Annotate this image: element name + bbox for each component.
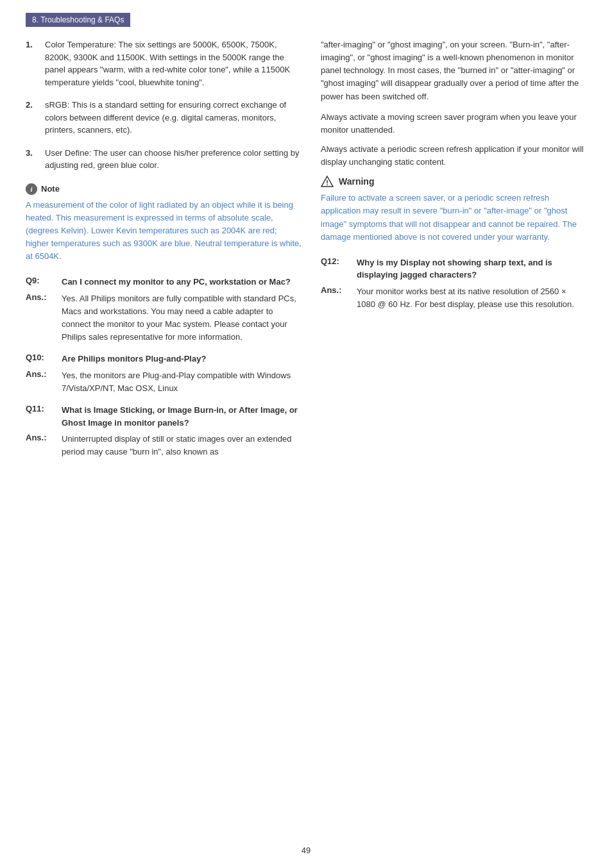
right-para2: Always activate a periodic screen refres… xyxy=(321,143,586,169)
a12-text: Your monitor works best at its native re… xyxy=(357,285,586,311)
answer-q9: Ans.: Yes. All Philips monitors are full… xyxy=(26,292,302,344)
question-q9: Q9: Can I connect my monitor to any PC, … xyxy=(26,276,302,288)
qa-q11: Q11: What is Image Sticking, or Image Bu… xyxy=(26,404,302,458)
numbered-list: 1. Color Temperature: The six settings a… xyxy=(26,38,302,172)
q11-label: Q11: xyxy=(26,404,53,429)
list-num-2: 2. xyxy=(26,99,37,137)
note-box: i Note A measurement of the color of lig… xyxy=(26,183,302,263)
question-q12: Q12: Why is my Display not showing sharp… xyxy=(321,256,586,281)
qa-q9: Q9: Can I connect my monitor to any PC, … xyxy=(26,276,302,344)
answer-q12: Ans.: Your monitor works best at its nat… xyxy=(321,285,586,311)
svg-text:!: ! xyxy=(326,179,328,187)
section-header: 8. Troubleshooting & FAQs xyxy=(26,13,130,27)
question-q11: Q11: What is Image Sticking, or Image Bu… xyxy=(26,404,302,429)
warning-box: ! Warning Failure to activate a screen s… xyxy=(321,175,586,244)
note-title: Note xyxy=(41,184,60,194)
list-num-3: 3. xyxy=(26,147,37,172)
list-num-1: 1. xyxy=(26,38,37,88)
note-header: i Note xyxy=(26,183,302,195)
header-label: 8. Troubleshooting & FAQs xyxy=(32,15,124,24)
a11-text: Uninterrupted display of still or static… xyxy=(62,433,302,458)
qa-q10: Q10: Are Philips monitors Plug-and-Play?… xyxy=(26,353,302,395)
list-item-2: 2. sRGB: This is a standard setting for … xyxy=(26,99,302,137)
answer-q10: Ans.: Yes, the monitors are Plug-and-Pla… xyxy=(26,369,302,395)
q12-text: Why is my Display not showing sharp text… xyxy=(357,256,586,281)
right-para1: Always activate a moving screen saver pr… xyxy=(321,111,586,137)
a12-label: Ans.: xyxy=(321,285,348,311)
a9-text: Yes. All Philips monitors are fully comp… xyxy=(62,292,302,344)
list-text-1: Color Temperature: The six settings are … xyxy=(45,38,302,88)
left-column: 1. Color Temperature: The six settings a… xyxy=(26,38,302,467)
right-intro-text: "after-imaging" or "ghost imaging", on y… xyxy=(321,38,586,103)
q11-text: What is Image Sticking, or Image Burn-in… xyxy=(62,404,302,429)
note-text: A measurement of the color of light radi… xyxy=(26,199,302,263)
a10-text: Yes, the monitors are Plug-and-Play comp… xyxy=(62,369,302,395)
qa-q12: Q12: Why is my Display not showing sharp… xyxy=(321,256,586,311)
warning-header: ! Warning xyxy=(321,175,586,188)
note-icon: i xyxy=(26,183,37,195)
a10-label: Ans.: xyxy=(26,369,53,395)
a9-label: Ans.: xyxy=(26,292,53,344)
warning-text: Failure to activate a screen saver, or a… xyxy=(321,192,586,244)
q9-text: Can I connect my monitor to any PC, work… xyxy=(62,276,291,288)
list-item-1: 1. Color Temperature: The six settings a… xyxy=(26,38,302,88)
right-column: "after-imaging" or "ghost imaging", on y… xyxy=(321,38,586,467)
list-text-2: sRGB: This is a standard setting for ens… xyxy=(45,99,302,137)
q10-label: Q10: xyxy=(26,353,53,365)
question-q10: Q10: Are Philips monitors Plug-and-Play? xyxy=(26,353,302,365)
answer-q11: Ans.: Uninterrupted display of still or … xyxy=(26,433,302,458)
page: 8. Troubleshooting & FAQs 1. Color Tempe… xyxy=(0,0,612,868)
warning-icon: ! xyxy=(321,175,334,188)
list-text-3: User Define: The user can choose his/her… xyxy=(45,147,302,172)
q12-label: Q12: xyxy=(321,256,348,281)
page-number: 49 xyxy=(0,846,612,855)
list-item-3: 3. User Define: The user can choose his/… xyxy=(26,147,302,172)
warning-title: Warning xyxy=(339,176,374,187)
q9-label: Q9: xyxy=(26,276,53,288)
a11-label: Ans.: xyxy=(26,433,53,458)
two-column-layout: 1. Color Temperature: The six settings a… xyxy=(26,38,586,467)
q10-text: Are Philips monitors Plug-and-Play? xyxy=(62,353,206,365)
